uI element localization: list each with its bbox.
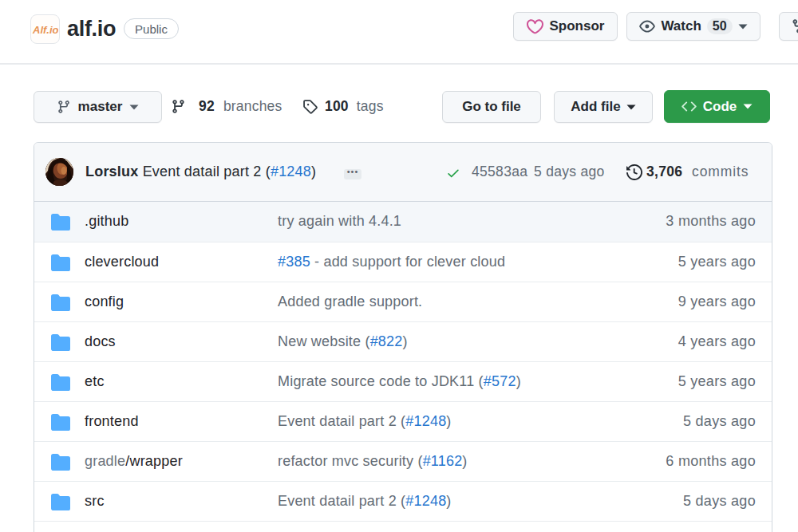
svg-text:Alf.io: Alf.io (32, 24, 58, 36)
